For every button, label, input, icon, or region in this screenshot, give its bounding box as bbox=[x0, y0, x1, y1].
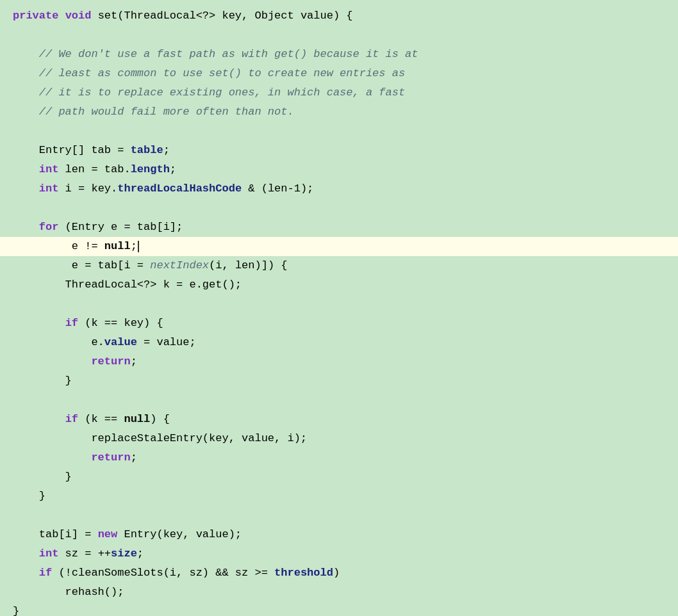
code-line-comment4: // path would fail more often than not. bbox=[0, 102, 678, 122]
code-line-i: int i = key.threadLocalHashCode & (len-1… bbox=[0, 179, 678, 199]
code-line-nextindex: e = tab[i = nextIndex(i, len)]) { bbox=[0, 256, 678, 275]
code-line-return2: return; bbox=[0, 448, 678, 467]
code-line-sz: int sz = ++size; bbox=[0, 544, 678, 563]
code-line-close3: } bbox=[0, 487, 678, 506]
code-line-close1: } bbox=[0, 371, 678, 391]
code-line-len: int len = tab.length; bbox=[0, 160, 678, 179]
code-line-enull: e != null; bbox=[0, 237, 678, 256]
code-line-blank4 bbox=[0, 295, 678, 314]
code-line-replacestale: replaceStaleEntry(key, value, i); bbox=[0, 429, 678, 448]
code-line-if-clean: if (!cleanSomeSlots(i, sz) && sz >= thre… bbox=[0, 563, 678, 583]
code-line-if-null: if (k == null) { bbox=[0, 410, 678, 429]
code-viewer: private void set(ThreadLocal<?> key, Obj… bbox=[0, 0, 678, 616]
code-line-blank5 bbox=[0, 391, 678, 410]
code-line-return1: return; bbox=[0, 352, 678, 371]
code-line-blank3 bbox=[0, 199, 678, 218]
code-line-blank6 bbox=[0, 506, 678, 525]
code-line-comment1: // We don't use a fast path as with get(… bbox=[0, 45, 678, 64]
code-line-if-key: if (k == key) { bbox=[0, 314, 678, 333]
code-line-blank2 bbox=[0, 122, 678, 141]
code-line-evalue: e.value = value; bbox=[0, 333, 678, 352]
code-line-entry: Entry[] tab = table; bbox=[0, 141, 678, 160]
code-line-tabinew: tab[i] = new Entry(key, value); bbox=[0, 525, 678, 544]
code-line-blank1 bbox=[0, 26, 678, 45]
code-line-comment2: // least as common to use set() to creat… bbox=[0, 64, 678, 83]
code-line-close-main: } bbox=[0, 602, 678, 616]
code-line-threadlocalk: ThreadLocal<?> k = e.get(); bbox=[0, 275, 678, 295]
code-line-1: private void set(ThreadLocal<?> key, Obj… bbox=[0, 6, 678, 26]
code-line-for: for (Entry e = tab[i]; bbox=[0, 218, 678, 237]
code-line-rehash: rehash(); bbox=[0, 583, 678, 602]
code-line-comment3: // it is to replace existing ones, in wh… bbox=[0, 83, 678, 102]
code-line-close2: } bbox=[0, 467, 678, 487]
